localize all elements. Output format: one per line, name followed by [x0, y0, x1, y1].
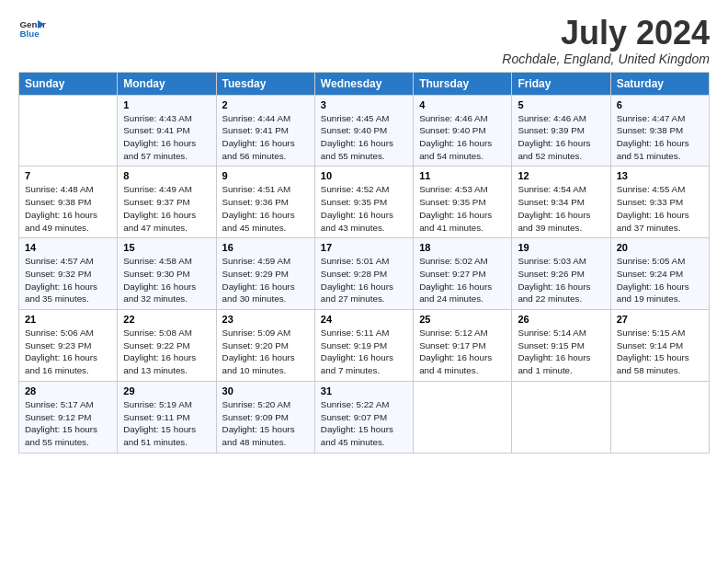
day-number: 20 [617, 242, 703, 253]
day-info: Sunrise: 5:11 AMSunset: 9:19 PMDaylight:… [321, 327, 407, 377]
day-number: 7 [25, 170, 111, 181]
day-cell: 14Sunrise: 4:57 AMSunset: 9:32 PMDayligh… [19, 238, 118, 310]
logo-icon: General Blue [18, 15, 46, 42]
col-thursday: Thursday [414, 72, 512, 95]
col-saturday: Saturday [610, 72, 709, 95]
day-cell: 7Sunrise: 4:48 AMSunset: 9:38 PMDaylight… [19, 167, 118, 238]
col-sunday: Sunday [19, 72, 118, 95]
day-cell: 13Sunrise: 4:55 AMSunset: 9:33 PMDayligh… [610, 167, 709, 238]
day-cell: 12Sunrise: 4:54 AMSunset: 9:34 PMDayligh… [512, 167, 610, 238]
day-info: Sunrise: 4:58 AMSunset: 9:30 PMDaylight:… [123, 255, 210, 305]
day-info: Sunrise: 4:46 AMSunset: 9:39 PMDaylight:… [518, 112, 604, 163]
day-number: 1 [123, 99, 210, 110]
day-info: Sunrise: 5:14 AMSunset: 9:15 PMDaylight:… [518, 327, 604, 377]
day-info: Sunrise: 5:20 AMSunset: 9:09 PMDaylight:… [222, 398, 309, 449]
day-number: 13 [617, 170, 703, 181]
day-cell: 18Sunrise: 5:02 AMSunset: 9:27 PMDayligh… [414, 238, 512, 310]
day-number: 8 [123, 170, 210, 181]
day-cell: 15Sunrise: 4:58 AMSunset: 9:30 PMDayligh… [118, 238, 216, 310]
day-number: 23 [222, 314, 309, 325]
day-info: Sunrise: 4:54 AMSunset: 9:34 PMDaylight:… [518, 183, 604, 234]
day-number: 11 [419, 170, 506, 181]
week-row-2: 7Sunrise: 4:48 AMSunset: 9:38 PMDaylight… [19, 167, 710, 238]
week-row-5: 28Sunrise: 5:17 AMSunset: 9:12 PMDayligh… [19, 381, 710, 453]
day-number: 31 [321, 385, 407, 396]
day-info: Sunrise: 4:59 AMSunset: 9:29 PMDaylight:… [222, 255, 309, 305]
day-number: 18 [419, 242, 506, 253]
day-cell: 2Sunrise: 4:44 AMSunset: 9:41 PMDaylight… [216, 95, 314, 167]
day-info: Sunrise: 4:45 AMSunset: 9:40 PMDaylight:… [321, 112, 407, 163]
day-cell: 1Sunrise: 4:43 AMSunset: 9:41 PMDaylight… [118, 95, 216, 167]
week-row-1: 1Sunrise: 4:43 AMSunset: 9:41 PMDaylight… [19, 95, 710, 167]
day-info: Sunrise: 5:06 AMSunset: 9:23 PMDaylight:… [25, 327, 111, 377]
day-info: Sunrise: 4:52 AMSunset: 9:35 PMDaylight:… [321, 183, 407, 234]
day-number: 29 [123, 385, 210, 396]
day-number: 17 [321, 242, 407, 253]
col-wednesday: Wednesday [314, 72, 413, 95]
day-cell: 29Sunrise: 5:19 AMSunset: 9:11 PMDayligh… [118, 381, 216, 453]
day-number: 16 [222, 242, 309, 253]
day-cell [610, 381, 709, 453]
calendar-table: Sunday Monday Tuesday Wednesday Thursday… [18, 72, 710, 454]
day-number: 15 [123, 242, 210, 253]
day-info: Sunrise: 5:05 AMSunset: 9:24 PMDaylight:… [617, 255, 703, 305]
day-cell: 22Sunrise: 5:08 AMSunset: 9:22 PMDayligh… [118, 310, 216, 382]
day-number: 27 [617, 314, 703, 325]
day-info: Sunrise: 4:48 AMSunset: 9:38 PMDaylight:… [25, 183, 111, 234]
calendar-page: General Blue July 2024 Rochdale, England… [0, 0, 728, 463]
col-monday: Monday [118, 72, 216, 95]
day-info: Sunrise: 5:17 AMSunset: 9:12 PMDaylight:… [25, 398, 111, 449]
day-number: 28 [25, 385, 111, 396]
day-cell: 21Sunrise: 5:06 AMSunset: 9:23 PMDayligh… [19, 310, 118, 382]
title-area: July 2024 Rochdale, England, United King… [502, 15, 710, 66]
day-cell: 5Sunrise: 4:46 AMSunset: 9:39 PMDaylight… [512, 95, 610, 167]
day-number: 30 [222, 385, 309, 396]
svg-text:Blue: Blue [20, 29, 40, 39]
day-number: 10 [321, 170, 407, 181]
day-number: 6 [617, 99, 703, 110]
day-number: 21 [25, 314, 111, 325]
day-cell: 17Sunrise: 5:01 AMSunset: 9:28 PMDayligh… [314, 238, 413, 310]
day-cell: 26Sunrise: 5:14 AMSunset: 9:15 PMDayligh… [512, 310, 610, 382]
day-number: 14 [25, 242, 111, 253]
day-cell: 11Sunrise: 4:53 AMSunset: 9:35 PMDayligh… [414, 167, 512, 238]
day-number: 19 [518, 242, 604, 253]
day-info: Sunrise: 4:49 AMSunset: 9:37 PMDaylight:… [123, 183, 210, 234]
day-info: Sunrise: 4:43 AMSunset: 9:41 PMDaylight:… [123, 112, 210, 163]
day-info: Sunrise: 5:19 AMSunset: 9:11 PMDaylight:… [123, 398, 210, 449]
day-cell: 28Sunrise: 5:17 AMSunset: 9:12 PMDayligh… [19, 381, 118, 453]
header: General Blue July 2024 Rochdale, England… [18, 15, 710, 66]
day-info: Sunrise: 4:53 AMSunset: 9:35 PMDaylight:… [419, 183, 506, 234]
day-info: Sunrise: 5:01 AMSunset: 9:28 PMDaylight:… [321, 255, 407, 305]
day-cell: 23Sunrise: 5:09 AMSunset: 9:20 PMDayligh… [216, 310, 314, 382]
location: Rochdale, England, United Kingdom [502, 52, 710, 66]
day-number: 2 [222, 99, 309, 110]
day-number: 25 [419, 314, 506, 325]
day-number: 5 [518, 99, 604, 110]
day-cell: 6Sunrise: 4:47 AMSunset: 9:38 PMDaylight… [610, 95, 709, 167]
day-cell: 9Sunrise: 4:51 AMSunset: 9:36 PMDaylight… [216, 167, 314, 238]
week-row-3: 14Sunrise: 4:57 AMSunset: 9:32 PMDayligh… [19, 238, 710, 310]
day-info: Sunrise: 4:46 AMSunset: 9:40 PMDaylight:… [419, 112, 506, 163]
day-cell: 8Sunrise: 4:49 AMSunset: 9:37 PMDaylight… [118, 167, 216, 238]
day-number: 9 [222, 170, 309, 181]
day-cell: 31Sunrise: 5:22 AMSunset: 9:07 PMDayligh… [314, 381, 413, 453]
col-friday: Friday [512, 72, 610, 95]
day-info: Sunrise: 4:55 AMSunset: 9:33 PMDaylight:… [617, 183, 703, 234]
day-cell: 30Sunrise: 5:20 AMSunset: 9:09 PMDayligh… [216, 381, 314, 453]
day-info: Sunrise: 4:51 AMSunset: 9:36 PMDaylight:… [222, 183, 309, 234]
day-info: Sunrise: 5:12 AMSunset: 9:17 PMDaylight:… [419, 327, 506, 377]
day-number: 4 [419, 99, 506, 110]
day-cell [414, 381, 512, 453]
day-info: Sunrise: 4:44 AMSunset: 9:41 PMDaylight:… [222, 112, 309, 163]
month-title: July 2024 [502, 15, 710, 52]
day-info: Sunrise: 5:09 AMSunset: 9:20 PMDaylight:… [222, 327, 309, 377]
day-cell: 24Sunrise: 5:11 AMSunset: 9:19 PMDayligh… [314, 310, 413, 382]
day-info: Sunrise: 5:03 AMSunset: 9:26 PMDaylight:… [518, 255, 604, 305]
header-row: Sunday Monday Tuesday Wednesday Thursday… [19, 72, 710, 95]
day-info: Sunrise: 5:15 AMSunset: 9:14 PMDaylight:… [617, 327, 703, 377]
day-cell: 3Sunrise: 4:45 AMSunset: 9:40 PMDaylight… [314, 95, 413, 167]
day-number: 12 [518, 170, 604, 181]
day-cell: 27Sunrise: 5:15 AMSunset: 9:14 PMDayligh… [610, 310, 709, 382]
day-info: Sunrise: 5:02 AMSunset: 9:27 PMDaylight:… [419, 255, 506, 305]
